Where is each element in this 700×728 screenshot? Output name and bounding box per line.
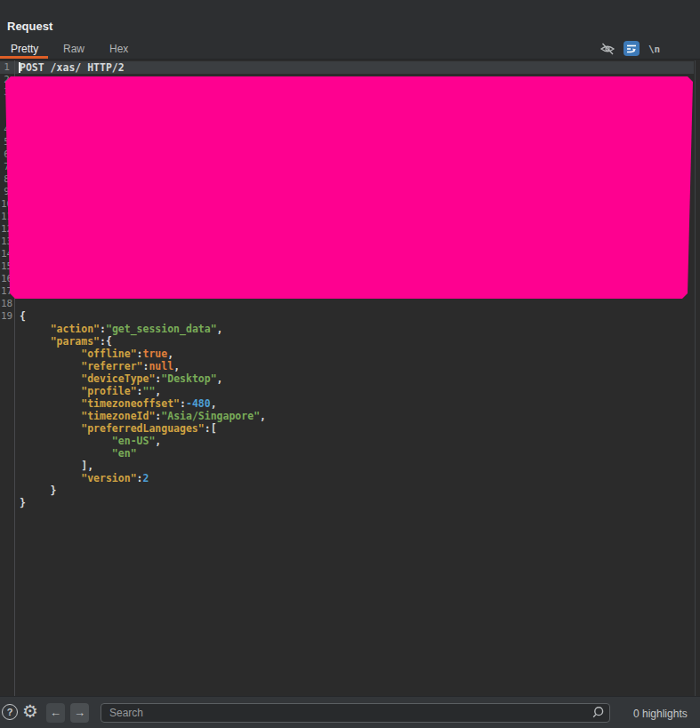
code-line: "action":"get_session_data", <box>0 323 694 335</box>
code-line: "offline":true, <box>0 348 694 360</box>
gear-icon[interactable]: ⚙ <box>22 700 38 723</box>
code-line: "en" <box>0 447 694 460</box>
line-number <box>0 410 13 422</box>
code-line: "version":2 <box>0 472 694 484</box>
next-match-button[interactable]: → <box>70 703 89 723</box>
line-number <box>0 472 13 484</box>
help-icon[interactable]: ? <box>2 704 18 720</box>
line-number <box>0 460 13 472</box>
line-number <box>0 497 13 509</box>
pretty-print-icon[interactable] <box>624 41 640 56</box>
code-line: "params":{ <box>0 335 694 348</box>
redaction-overlay <box>0 76 694 299</box>
code-line: 19{ <box>0 310 694 323</box>
code-line: "referrer":null, <box>0 360 694 372</box>
search-input[interactable] <box>101 703 610 723</box>
show-newlines-icon[interactable]: \n <box>648 44 660 55</box>
previous-match-button[interactable]: ← <box>46 703 65 723</box>
text-cursor <box>19 62 20 73</box>
line-number: 1 <box>0 61 13 74</box>
panel-title: Request <box>7 20 52 33</box>
code-line: 1POST /xas/ HTTP/2 <box>0 61 694 74</box>
active-tab-underline <box>0 56 48 59</box>
code-line: 18 <box>0 298 694 310</box>
code-line: } <box>0 484 694 497</box>
panel-header: Request Pretty Raw Hex \n <box>0 0 700 60</box>
code-line: } <box>0 497 694 509</box>
line-number <box>0 323 13 335</box>
code-line: "preferredLanguages":[ <box>0 422 694 435</box>
code-line: "timezoneId":"Asia/Singapore", <box>0 410 694 422</box>
code-line: "en-US", <box>0 435 694 447</box>
tab-pretty[interactable]: Pretty <box>11 43 38 55</box>
line-number <box>0 385 13 397</box>
code-line: "profile":"", <box>0 385 694 397</box>
status-bar: ? ⚙ ← → 0 highlights <box>0 696 700 728</box>
highlights-count: 0 highlights <box>633 708 688 720</box>
code-line: "timezoneoffset":-480, <box>0 397 694 410</box>
tab-raw[interactable]: Raw <box>63 43 84 55</box>
search-icon[interactable] <box>591 706 605 723</box>
line-number <box>0 335 13 348</box>
editor-right-border <box>695 60 696 696</box>
line-number <box>0 360 13 372</box>
line-number <box>0 348 13 360</box>
line-number: 18 <box>0 298 13 310</box>
code-line: "deviceType":"Desktop", <box>0 372 694 385</box>
line-number <box>0 372 13 385</box>
request-panel: Request Pretty Raw Hex \n <box>0 0 700 728</box>
hide-nonprintable-icon[interactable] <box>599 43 616 59</box>
line-number <box>0 447 13 460</box>
line-number <box>0 397 13 410</box>
tab-hex[interactable]: Hex <box>109 43 128 55</box>
line-number <box>0 484 13 497</box>
code-line: ], <box>0 460 694 472</box>
line-number <box>0 422 13 435</box>
line-number <box>0 435 13 447</box>
line-number: 19 <box>0 310 13 323</box>
